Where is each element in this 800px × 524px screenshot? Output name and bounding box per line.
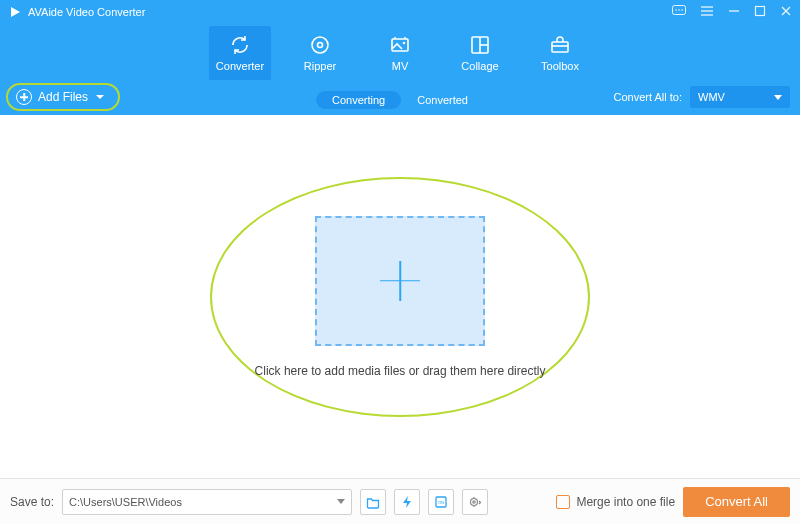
checkbox-icon bbox=[556, 495, 570, 509]
conversion-status-tabs: Converting Converted bbox=[316, 91, 484, 109]
add-files-button[interactable]: Add Files bbox=[6, 83, 120, 111]
boost-button[interactable] bbox=[394, 489, 420, 515]
settings-button[interactable] bbox=[462, 489, 488, 515]
app-window: AVAide Video Converter bbox=[0, 0, 800, 524]
svg-text:ON: ON bbox=[438, 500, 444, 505]
image-icon bbox=[389, 34, 411, 56]
svg-point-2 bbox=[675, 9, 677, 11]
tab-label: Ripper bbox=[304, 60, 336, 72]
main-area: Click here to add media files or drag th… bbox=[0, 115, 800, 478]
titlebar: AVAide Video Converter bbox=[0, 0, 800, 24]
tab-label: Collage bbox=[461, 60, 498, 72]
dropzone-box bbox=[315, 216, 485, 346]
toolbox-icon bbox=[549, 34, 571, 56]
footer: Save to: C:\Users\USER\Videos ON Merge i… bbox=[0, 478, 800, 524]
add-files-label: Add Files bbox=[38, 90, 88, 104]
save-to-path-value: C:\Users\USER\Videos bbox=[69, 496, 182, 508]
minimize-button[interactable] bbox=[728, 5, 740, 19]
svg-marker-0 bbox=[11, 7, 20, 17]
close-button[interactable] bbox=[780, 5, 792, 19]
convert-all-label: Convert All bbox=[705, 494, 768, 509]
save-to-path-select[interactable]: C:\Users\USER\Videos bbox=[62, 489, 352, 515]
segment-converted[interactable]: Converted bbox=[401, 91, 484, 109]
tab-label: Toolbox bbox=[541, 60, 579, 72]
tab-converter[interactable]: Converter bbox=[209, 26, 271, 80]
svg-rect-9 bbox=[756, 7, 765, 16]
chevron-down-icon bbox=[96, 95, 104, 99]
merge-label: Merge into one file bbox=[576, 495, 675, 509]
window-controls bbox=[672, 3, 792, 21]
svg-point-12 bbox=[312, 37, 328, 53]
play-triangle-icon bbox=[8, 5, 22, 19]
tab-ripper[interactable]: Ripper bbox=[289, 26, 351, 80]
svg-marker-23 bbox=[403, 496, 411, 508]
svg-point-27 bbox=[473, 500, 475, 502]
app-logo: AVAide Video Converter bbox=[8, 5, 145, 19]
chevron-down-icon bbox=[774, 95, 782, 100]
maximize-button[interactable] bbox=[754, 5, 766, 19]
gpu-accel-button[interactable]: ON bbox=[428, 489, 454, 515]
output-format-select[interactable]: WMV bbox=[690, 86, 790, 108]
plus-circle-icon bbox=[16, 89, 32, 105]
grid-icon bbox=[469, 34, 491, 56]
tab-label: MV bbox=[392, 60, 409, 72]
convert-all-to: Convert All to: WMV bbox=[614, 86, 790, 108]
dropzone-hint: Click here to add media files or drag th… bbox=[255, 364, 546, 378]
header: AVAide Video Converter bbox=[0, 0, 800, 115]
mode-tabs: Converter Ripper MV Collage bbox=[0, 26, 800, 80]
app-title: AVAide Video Converter bbox=[28, 6, 145, 18]
convert-all-button[interactable]: Convert All bbox=[683, 487, 790, 517]
output-format-value: WMV bbox=[698, 91, 725, 103]
subbar: Add Files Converting Converted Convert A… bbox=[0, 80, 800, 114]
menu-icon[interactable] bbox=[700, 3, 714, 21]
svg-point-3 bbox=[678, 9, 680, 11]
disc-icon bbox=[309, 34, 331, 56]
tab-toolbox[interactable]: Toolbox bbox=[529, 26, 591, 80]
svg-point-4 bbox=[681, 9, 683, 11]
save-to-label: Save to: bbox=[10, 495, 54, 509]
feedback-icon[interactable] bbox=[672, 3, 686, 21]
svg-rect-21 bbox=[552, 42, 568, 52]
svg-rect-14 bbox=[392, 39, 408, 51]
tab-mv[interactable]: MV bbox=[369, 26, 431, 80]
tab-label: Converter bbox=[216, 60, 264, 72]
convert-icon bbox=[229, 34, 251, 56]
segment-converting[interactable]: Converting bbox=[316, 91, 401, 109]
merge-into-one-file[interactable]: Merge into one file bbox=[556, 495, 675, 509]
open-folder-button[interactable] bbox=[360, 489, 386, 515]
chevron-down-icon bbox=[337, 499, 345, 504]
plus-icon bbox=[380, 261, 420, 301]
convert-all-to-label: Convert All to: bbox=[614, 91, 682, 103]
svg-point-13 bbox=[318, 43, 323, 48]
svg-point-15 bbox=[403, 42, 406, 45]
dropzone[interactable]: Click here to add media files or drag th… bbox=[210, 177, 590, 417]
tab-collage[interactable]: Collage bbox=[449, 26, 511, 80]
